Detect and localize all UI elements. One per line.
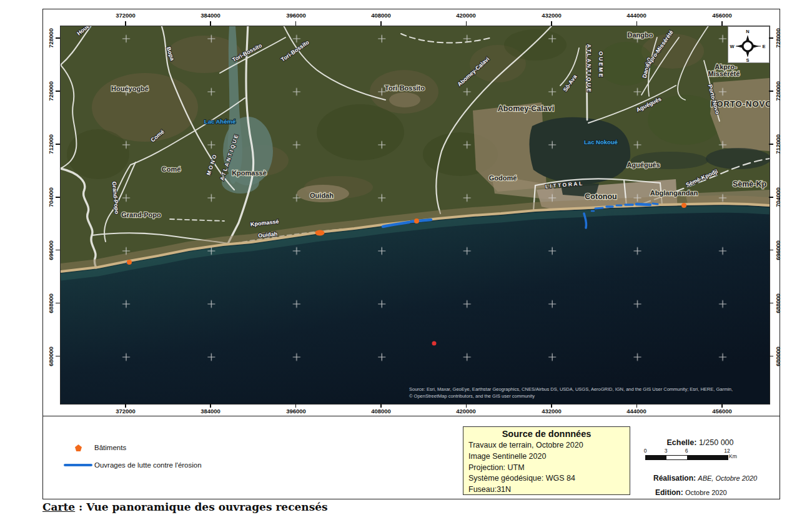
place-label: Godomé: [489, 174, 517, 182]
basemap-attribution: Source: Esri, Maxar, GeoEye, Earthstar G…: [409, 386, 771, 400]
axis-label-x: 372000: [116, 408, 136, 415]
axis-label-x: 384000: [201, 12, 220, 19]
boundary-label: OUEME: [598, 51, 604, 79]
legend-label: Bâtiments: [94, 444, 126, 451]
realisation-label: Réalisation:: [653, 474, 696, 483]
axis-label-x: 456000: [712, 408, 732, 415]
place-label: Cotonou: [585, 192, 616, 201]
figure-caption: Carte : Vue panoramique des ouvrages rec…: [42, 501, 328, 513]
map-figure-frame: Houéyogbé Comé Grand-Popo Kpomassè Ouida…: [42, 9, 780, 499]
ouvrages-marker: [62, 463, 94, 467]
axis-label-x: 432000: [542, 408, 562, 415]
graticule-crosses: [61, 26, 770, 404]
compass-graphic: N S W E: [728, 27, 769, 62]
axis-label-x: 408000: [371, 408, 391, 415]
scale-bar-segment: [646, 456, 666, 459]
scale-tick: 3: [665, 448, 668, 454]
scale-bar: [645, 455, 728, 460]
blue-line-icon: [64, 463, 92, 467]
source-box-line: Travaux de terrain, Octobre 2020: [468, 440, 625, 451]
axis-label-x: 420000: [456, 408, 476, 415]
axis-label-y: 704000: [47, 187, 54, 207]
orange-pentagon-icon: [75, 444, 82, 451]
scale-block: Echelle: 1/250 000 0 3 6 12 Km: [638, 438, 763, 464]
legend-item-batiments: Bâtiments: [62, 439, 202, 456]
place-label: Dangbo: [628, 31, 653, 39]
source-box-line: Projection: UTM: [468, 463, 625, 474]
axis-label-x: 420000: [456, 12, 476, 19]
axis-label-y: 680000: [775, 346, 781, 366]
axis-label-y: 720000: [47, 81, 54, 101]
map-canvas: Houéyogbé Comé Grand-Popo Kpomassè Ouida…: [60, 26, 770, 405]
compass-south-label: S: [746, 57, 749, 62]
realisation-value: ABE, Octobre 2020: [698, 474, 757, 482]
edition-label: Edition:: [655, 488, 683, 497]
compass-west-label: W: [730, 44, 735, 49]
scale-bar-segment: [666, 456, 687, 459]
axis-label-y: 696000: [775, 240, 781, 260]
compass-north-label: N: [746, 29, 749, 34]
edition-credit: Edition: Octobre 2020: [655, 488, 727, 497]
scale-label: Echelle:: [666, 438, 696, 447]
scale-title: Echelle: 1/250 000: [638, 438, 763, 447]
compass-east-label: E: [762, 44, 765, 49]
place-label: Ouidah: [310, 192, 334, 199]
attribution-line1: Source: Esri, Maxar, GeoEye, Earthstar G…: [409, 386, 733, 392]
scale-bar-wrap: 0 3 6 12 Km: [638, 448, 763, 464]
axis-label-y: 712000: [47, 134, 54, 154]
boundary-label: ATLANTIQUE: [586, 44, 592, 93]
axis-label-y: 688000: [775, 293, 781, 313]
legend-label: Ouvrages de lutte contre l'érosion: [94, 461, 202, 469]
scale-unit: Km: [729, 453, 737, 459]
axis-label-y: 688000: [47, 293, 54, 313]
axis-label-x: 444000: [626, 12, 646, 19]
axis-label-x: 372000: [116, 12, 136, 19]
source-data-box: Source de donnnées Travaux de terrain, O…: [463, 426, 630, 495]
axis-label-x: 444000: [626, 408, 646, 415]
scale-bar-segment: [687, 456, 728, 459]
source-box-line: Image Sentinelle 2020: [468, 451, 625, 463]
place-label: Sèmè-Kp: [733, 180, 767, 189]
axis-label-y: 704000: [775, 187, 781, 207]
axis-label-x: 384000: [201, 408, 220, 415]
panel-divider: [43, 416, 780, 416]
place-label: Tori-Bossito: [385, 84, 425, 92]
source-box-title: Source de donnnées: [468, 429, 625, 439]
place-label: Comé: [162, 165, 181, 173]
top-axis-ticks: [125, 21, 723, 26]
report-page: Houéyogbé Comé Grand-Popo Kpomassè Ouida…: [0, 0, 812, 525]
source-box-line: Fuseau:31N: [468, 484, 625, 496]
axis-label-x: 456000: [712, 12, 732, 19]
axis-label-y: 696000: [47, 240, 54, 260]
axis-label-x: 432000: [542, 12, 562, 19]
lake-label: Lac Nokoué: [584, 139, 618, 145]
axis-label-y: 680000: [47, 346, 54, 366]
place-label: Aguégués: [626, 161, 660, 169]
axis-label-x: 408000: [371, 12, 391, 19]
caption-text: : Vue panoramique des ouvrages recensés: [75, 501, 328, 513]
axis-label-y: 712000: [775, 134, 781, 154]
scale-tick: 0: [644, 448, 647, 454]
axis-label-y: 728000: [47, 28, 54, 48]
place-label: Kpomassè: [232, 169, 267, 177]
place-label: Houéyogbé: [111, 85, 149, 92]
axis-label-y: 728000: [775, 28, 781, 48]
place-label: Abglangandan: [650, 189, 698, 197]
axis-label-x: 396000: [286, 12, 306, 19]
lake-label: Lac Ahémé: [204, 118, 235, 125]
edition-value: Octobre 2020: [685, 489, 727, 496]
satellite-basemap: Houéyogbé Comé Grand-Popo Kpomassè Ouida…: [61, 26, 770, 404]
attribution-line2: © OpenStreetMap contributors, and the GI…: [409, 393, 535, 399]
right-axis-ticks: [769, 37, 773, 358]
source-box-line: Système géodésique: WGS 84: [468, 473, 625, 484]
place-label: Grand-Popo: [121, 211, 161, 218]
legend-item-ouvrages: Ouvrages de lutte contre l'érosion: [62, 456, 202, 474]
place-label: Missérété: [708, 70, 740, 77]
axis-label-x: 396000: [286, 408, 306, 415]
scale-value: 1/250 000: [699, 438, 734, 447]
place-label: Abomey-Calavi: [498, 104, 554, 113]
legend: Bâtiments Ouvrages de lutte contre l'éro…: [62, 439, 202, 474]
compass-rose: N S W E: [728, 26, 770, 63]
batiments-marker: [62, 444, 94, 451]
axis-label-y: 720000: [775, 81, 781, 101]
